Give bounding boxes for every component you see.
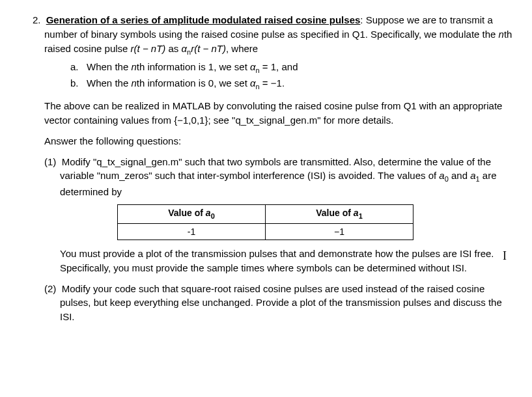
- sub-a-p2: th information is 1, we set: [137, 61, 250, 72]
- sub-a-p3: = 1, and: [260, 61, 298, 72]
- table-cell-v2: −1: [266, 223, 413, 240]
- sub-b-nth: n: [131, 77, 136, 89]
- intro-mid2: as: [165, 43, 181, 54]
- table-header-a0: Value of a0: [118, 205, 266, 224]
- table-cell-v1: -1: [118, 223, 266, 240]
- intro-alpha: α: [182, 43, 188, 54]
- matlab-para: The above can be realized in MATLAB by c…: [26, 99, 512, 128]
- sub-b-label: b.: [70, 77, 79, 89]
- q2-body: Modify your code such that square-root r…: [60, 283, 502, 323]
- q1-mid: and: [449, 170, 470, 181]
- sub-a-alpha: α: [250, 61, 256, 72]
- h2-s: 1: [359, 212, 363, 220]
- sublist: a. When the nth information is 1, we set…: [26, 60, 512, 92]
- table-header-row: Value of a0 Value of a1: [118, 205, 413, 224]
- h1-a: a: [206, 208, 211, 218]
- intro-expr1: r(t − nT): [131, 43, 166, 54]
- question-number: 2.: [33, 14, 44, 25]
- subquestion-2: (2) Modify your code such that square-ro…: [26, 282, 512, 324]
- question-block: 2. Generation of a series of amplitude m…: [26, 13, 512, 57]
- intro-expr2b: r(t − nT): [191, 43, 226, 54]
- h1-pre: Value of: [168, 208, 206, 218]
- text-cursor-icon: I: [503, 247, 507, 264]
- q1-after-table: You must provide a plot of the transmiss…: [26, 247, 512, 275]
- sub-b-alpha: α: [250, 77, 256, 89]
- sub-b-p2: th information is 0, we set: [137, 77, 250, 89]
- h2-a: a: [354, 208, 359, 218]
- sub-b-p1: When the: [87, 77, 131, 89]
- q1-body: Modify "q_tx_signal_gen.m" such that two…: [60, 156, 496, 198]
- sub-a-p1: When the: [87, 61, 131, 72]
- sub-a-label: a.: [70, 61, 79, 72]
- table-header-a1: Value of a1: [266, 205, 413, 224]
- question-title: Generation of a series of amplitude modu…: [46, 14, 361, 25]
- q1-a1a: a: [470, 170, 475, 181]
- sub-b-p3: = −1.: [260, 77, 285, 89]
- values-table: Value of a0 Value of a1 -1 −1: [117, 204, 413, 240]
- sublist-item-b: b. When the nth information is 0, we set…: [70, 76, 512, 92]
- subquestion-1: (1) Modify "q_tx_signal_gen.m" such that…: [26, 155, 512, 199]
- q1-a0a: a: [439, 170, 444, 181]
- q1-label: (1): [44, 156, 56, 167]
- sub-a-nth: n: [131, 61, 136, 72]
- intro-tail: , where: [226, 43, 258, 54]
- h2-pre: Value of: [316, 208, 354, 218]
- sublist-item-a: a. When the nth information is 1, we set…: [70, 60, 512, 76]
- table-row: -1 −1: [118, 223, 413, 240]
- q1-p1: Modify "q_tx_signal_gen.m" such that two…: [60, 156, 491, 182]
- q2-label: (2): [44, 283, 56, 294]
- intro-nth1: n: [499, 29, 504, 40]
- question-intro: Generation of a series of amplitude modu…: [44, 14, 512, 54]
- answer-prompt: Answer the following questions:: [26, 134, 512, 148]
- h1-s: 0: [211, 212, 215, 220]
